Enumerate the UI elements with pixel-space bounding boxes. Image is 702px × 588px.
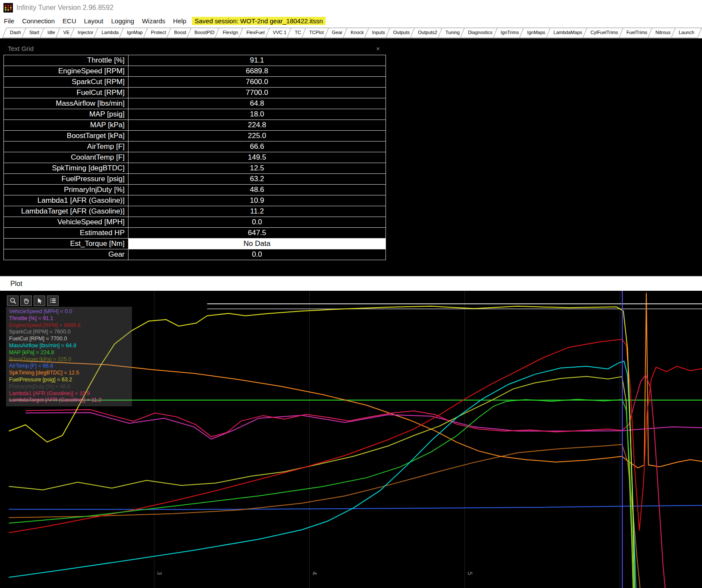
table-row: LambdaTarget [AFR (Gasoline)]11.2 <box>4 206 386 217</box>
table-row: Lambda1 [AFR (Gasoline)]10.9 <box>4 195 386 206</box>
row-label: BoostTarget [kPa] <box>4 131 128 141</box>
legend-item: VehicleSpeed [MPH] = 0.0 <box>9 308 129 315</box>
row-value: 7700.0 <box>128 88 386 98</box>
workspace: Text Grid × Throttle [%]91.1EngineSpeed … <box>0 38 702 276</box>
table-row: AirTemp [F]66.6 <box>4 141 386 152</box>
row-label: PrimaryInjDuty [%] <box>4 185 128 195</box>
row-label: EngineSpeed [RPM] <box>4 66 128 77</box>
row-value: 647.5 <box>128 228 386 239</box>
row-value: 91.1 <box>128 55 386 66</box>
row-value: 7600.0 <box>128 77 386 88</box>
table-row: EngineSpeed [RPM]6689.8 <box>4 66 386 77</box>
plot-legend: VehicleSpeed [MPH] = 0.0Throttle [%] = 9… <box>6 307 132 406</box>
row-value: 11.2 <box>128 206 386 217</box>
row-value: No Data <box>128 239 386 249</box>
series-lambdatarget-afr-gasoline <box>25 413 702 439</box>
row-label: Est_Torque [Nm] <box>4 239 128 249</box>
tab-launch[interactable]: Launch <box>673 28 700 38</box>
table-row: Gear0.0 <box>4 249 386 260</box>
text-grid-title: Text Grid <box>8 45 34 52</box>
table-row: MassAirflow [lbs/min]64.8 <box>4 98 386 109</box>
menu-connection[interactable]: Connection <box>18 17 59 25</box>
table-row: SpkTiming [degBTDC]12.5 <box>4 163 386 174</box>
row-label: MAP [kPa] <box>4 120 128 131</box>
row-value: 18.0 <box>128 109 386 120</box>
row-label: Gear <box>4 249 128 260</box>
table-row: Est_Torque [Nm]No Data <box>4 239 386 249</box>
legend-item: EngineSpeed [RPM] = 6689.8 <box>9 322 129 329</box>
legend-item: MassAirflow [lbs/min] = 64.8 <box>9 343 129 349</box>
tab-lambdamaps[interactable]: LambdaMaps <box>548 28 588 38</box>
text-grid-table: Throttle [%]91.1EngineSpeed [RPM]6689.8S… <box>3 55 386 260</box>
row-label: CoolantTemp [F] <box>4 152 128 163</box>
row-value: 225.0 <box>128 131 386 141</box>
table-row: FuelPressure [psig]63.2 <box>4 174 386 185</box>
app-icon <box>3 3 13 13</box>
row-value: 149.5 <box>128 152 386 163</box>
legend-item: Throttle [%] = 91.1 <box>9 315 129 322</box>
row-label: Lambda1 [AFR (Gasoline)] <box>4 195 128 206</box>
menu-logging[interactable]: Logging <box>107 17 138 25</box>
table-row: PrimaryInjDuty [%]48.6 <box>4 185 386 195</box>
row-label: LambdaTarget [AFR (Gasoline)] <box>4 206 128 217</box>
row-value: 10.9 <box>128 195 386 206</box>
series-lambda1-afr-gasoline <box>25 375 665 588</box>
titlebar: Infinity Tuner Version 2.96.8592 <box>0 0 702 16</box>
row-label: MassAirflow [lbs/min] <box>4 98 128 109</box>
row-value: 48.6 <box>128 185 386 195</box>
series-primaryinjduty <box>9 444 640 588</box>
row-value: 6689.8 <box>128 66 386 77</box>
pan-hand-icon[interactable] <box>20 296 32 306</box>
series-airtemp-f <box>9 506 702 510</box>
tab-strip: DashStartIdleVEInjectorLambdaIgnMapProte… <box>0 26 702 38</box>
legend-item: FuelCut [RPM] = 7700.0 <box>9 336 129 343</box>
table-row: MAP [psig]18.0 <box>4 109 386 120</box>
row-label: FuelPressure [psig] <box>4 174 128 185</box>
x-tick-label: 3 <box>156 572 163 575</box>
zoom-icon[interactable] <box>7 296 19 306</box>
table-row: VehicleSpeed [MPH]0.0 <box>4 217 386 228</box>
menu-help[interactable]: Help <box>169 17 190 25</box>
row-label: FuelCut [RPM] <box>4 88 128 98</box>
tab-cylfueltrims[interactable]: CylFuelTrims <box>585 28 624 38</box>
tab-diagnostics[interactable]: Diagnostics <box>462 28 498 38</box>
menu-layout[interactable]: Layout <box>80 17 107 25</box>
table-row: Throttle [%]91.1 <box>4 55 386 66</box>
table-row: MAP [kPa]224.8 <box>4 120 386 131</box>
series-fuelpressure-psig <box>9 376 633 588</box>
cursor-arrow-icon[interactable] <box>34 296 45 306</box>
row-value: 224.8 <box>128 120 386 131</box>
plot-area[interactable]: VehicleSpeed [MPH] = 0.0Throttle [%] = 9… <box>0 291 702 588</box>
x-tick-label: 4 <box>311 572 318 575</box>
row-value: 0.0 <box>128 217 386 228</box>
row-value: 12.5 <box>128 163 386 174</box>
plot-toolbar <box>7 296 59 306</box>
menu-ecu[interactable]: ECU <box>59 17 80 25</box>
legend-item: PrimaryInjDuty [%] = 48.6 <box>9 384 129 390</box>
close-icon[interactable]: × <box>374 45 382 52</box>
menu-wizards[interactable]: Wizards <box>138 17 169 25</box>
text-grid-panel: Text Grid × Throttle [%]91.1EngineSpeed … <box>3 42 386 260</box>
menubar: FileConnectionECULayoutLoggingWizardsHel… <box>0 16 702 26</box>
plot-title: Plot <box>10 280 22 288</box>
menu-file[interactable]: File <box>0 17 18 25</box>
row-label: MAP [psig] <box>4 109 128 120</box>
legend-item: FuelPressure [psig] = 63.2 <box>9 377 129 384</box>
legend-item: MAP [kPa] = 224.8 <box>9 349 129 356</box>
legend-item: SpkTiming [degBTDC] = 12.5 <box>9 370 129 377</box>
legend-item: LambdaTarget [AFR (Gasoline)] = 11.2 <box>9 397 129 404</box>
legend-item: SparkCut [RPM] = 7600.0 <box>9 329 129 336</box>
legend-item: BoostTarget [kPa] = 225.0 <box>9 356 129 363</box>
row-label: Throttle [%] <box>4 55 128 66</box>
row-label: Estimated HP <box>4 228 128 239</box>
x-tick-label: 5 <box>467 572 473 575</box>
row-label: SpkTiming [degBTDC] <box>4 163 128 174</box>
legend-list-icon[interactable] <box>47 296 59 306</box>
row-value: 66.6 <box>128 141 386 152</box>
plot-panel-header: Plot <box>0 276 702 291</box>
legend-item: AirTemp [F] = 66.6 <box>9 363 129 370</box>
row-value: 0.0 <box>128 249 386 260</box>
table-row: FuelCut [RPM]7700.0 <box>4 88 386 98</box>
legend-item: Lambda1 [AFR (Gasoline)] = 10.9 <box>9 390 129 397</box>
row-label: AirTemp [F] <box>4 141 128 152</box>
